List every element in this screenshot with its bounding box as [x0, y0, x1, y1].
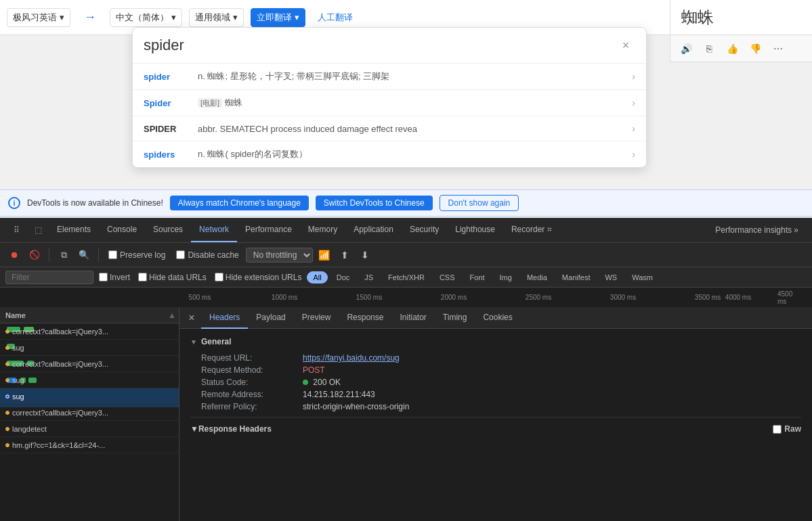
tab-headers[interactable]: Headers [201, 307, 248, 329]
disable-cache-checkbox[interactable] [176, 250, 185, 259]
thumbdown-button[interactable]: 👎 [745, 39, 765, 59]
filter-manifest-button[interactable]: Manifest [556, 271, 597, 284]
status-label: Status Code: [201, 378, 303, 387]
raw-checkbox[interactable] [773, 425, 782, 434]
devtools-icon-1[interactable]: ⠿ [5, 218, 27, 242]
network-item-1[interactable]: correctxt?callback=jQuery3... [0, 323, 179, 340]
tick-500ms: 500 ms [189, 294, 211, 301]
tab-performance-insights[interactable]: Performance insights » [707, 218, 807, 242]
volume-button[interactable]: 🔊 [676, 39, 696, 59]
network-item-7[interactable]: langdetect [0, 421, 179, 437]
filter-ws-button[interactable]: WS [599, 271, 623, 284]
target-lang-selector[interactable]: 中文（简体） ▾ [110, 8, 182, 27]
tab-response[interactable]: Response [339, 307, 391, 329]
copy-button[interactable]: ⎘ [699, 39, 719, 59]
tab-lighthouse[interactable]: Lighthouse [447, 218, 503, 242]
clear-button[interactable]: 🚫 [26, 246, 43, 264]
scroll-up-button[interactable]: ▲ [168, 311, 176, 320]
tick-3500ms: 3500 ms [695, 294, 721, 301]
hide-data-urls-label[interactable]: Hide data URLs [138, 273, 207, 282]
filter-font-button[interactable]: Font [464, 271, 491, 284]
dict-close-button[interactable]: × [616, 36, 635, 55]
filter-img-button[interactable]: Img [494, 271, 518, 284]
tab-memory[interactable]: Memory [300, 218, 345, 242]
general-section-header[interactable]: ▼ General [190, 334, 801, 349]
human-translate-link[interactable]: 人工翻译 [312, 9, 358, 26]
throttle-select[interactable]: No throttling Fast 3G Slow 3G Offline [246, 248, 313, 263]
xhr-icon-5-selected [5, 394, 9, 399]
tab-sources[interactable]: Sources [145, 218, 191, 242]
response-headers-section-header[interactable]: ▼ Response Headers Raw [190, 422, 801, 436]
list-item[interactable]: SPIDER abbr. SEMATECH process induced da… [133, 116, 646, 141]
dict-arrow: › [632, 123, 635, 134]
list-item[interactable]: spider n. 蜘蛛; 星形轮，十字叉; 带柄三脚平底锅; 三脚架 › [133, 64, 646, 90]
network-item-6[interactable]: correctxt?callback=jQuery3... [0, 405, 179, 421]
tab-cookies[interactable]: Cookies [475, 307, 520, 329]
network-request-list: Name ▲ [0, 307, 179, 521]
disable-cache-label[interactable]: Disable cache [176, 250, 238, 260]
invert-checkbox[interactable] [99, 273, 108, 281]
filter-js-button[interactable]: JS [358, 271, 379, 284]
record-button[interactable]: ⏺ [5, 246, 23, 264]
network-item-3[interactable]: correctxt?callback=jQuery3... [0, 356, 179, 372]
status-code-row: Status Code: 200 OK [201, 376, 801, 388]
tab-initiator[interactable]: Initiator [391, 307, 434, 329]
translate-button[interactable]: 立即翻译 ▾ [251, 8, 305, 27]
network-item-5[interactable]: sug [0, 388, 179, 405]
list-item[interactable]: spiders n. 蜘蛛( spider的名词复数） › [133, 141, 646, 167]
domain-chevron: ▾ [233, 12, 238, 22]
import-icon[interactable]: ⬆ [336, 246, 354, 264]
hide-data-urls-checkbox[interactable] [138, 273, 147, 281]
devtools-icon-2[interactable]: ⬚ [27, 218, 49, 242]
referrer-value: strict-origin-when-cross-origin [303, 402, 409, 411]
filter-wasm-button[interactable]: Wasm [626, 271, 659, 284]
translation-result-panel: 蜘蛛 [670, 0, 812, 35]
tab-console[interactable]: Console [99, 218, 145, 242]
remote-label: Remote Address: [201, 390, 303, 399]
dont-show-again-button[interactable]: Don't show again [440, 195, 519, 211]
source-lang-label: 极风习英语 [13, 12, 57, 24]
filter-input[interactable] [5, 271, 93, 284]
filter-icon-button[interactable]: ⧉ [55, 246, 72, 264]
domain-selector[interactable]: 通用领域 ▾ [189, 8, 244, 27]
export-icon[interactable]: ⬇ [356, 246, 374, 264]
preserve-log-checkbox[interactable] [108, 250, 117, 259]
wifi-icon[interactable]: 📶 [316, 246, 333, 264]
filter-fetch-xhr-button[interactable]: Fetch/XHR [382, 271, 431, 284]
switch-to-chinese-button[interactable]: Switch DevTools to Chinese [316, 196, 433, 210]
request-detail-panel: × Headers Payload Preview Response Initi… [179, 307, 812, 521]
tab-payload[interactable]: Payload [248, 307, 293, 329]
filter-css-button[interactable]: CSS [433, 271, 461, 284]
filter-media-button[interactable]: Media [521, 271, 553, 284]
search-button[interactable]: 🔍 [75, 246, 93, 264]
response-headers-chevron: ▼ [190, 424, 198, 434]
tab-preview[interactable]: Preview [294, 307, 339, 329]
source-lang-selector[interactable]: 极风习英语 ▾ [7, 8, 70, 27]
tab-security[interactable]: Security [402, 218, 447, 242]
more-button[interactable]: ⋯ [768, 39, 788, 59]
tab-timing[interactable]: Timing [435, 307, 475, 329]
tab-recorder[interactable]: Recorder ⌗ [503, 218, 560, 242]
filter-doc-button[interactable]: Doc [330, 271, 356, 284]
list-item[interactable]: Spider [电影]蜘蛛 › [133, 90, 646, 116]
tab-network[interactable]: Network [191, 218, 237, 242]
network-item-4[interactable]: sug [0, 372, 179, 388]
always-match-button[interactable]: Always match Chrome's language [170, 196, 309, 210]
filter-all-button[interactable]: All [307, 271, 327, 284]
tab-application[interactable]: Application [345, 218, 402, 242]
thumbup-button[interactable]: 👍 [722, 39, 742, 59]
notify-message: DevTools is now available in Chinese! [27, 198, 163, 208]
dict-arrow: › [632, 97, 635, 108]
network-item-8[interactable]: hm.gif?cc=1&ck=1&cl=24-... [0, 437, 179, 453]
invert-label[interactable]: Invert [99, 273, 130, 282]
tab-performance[interactable]: Performance [237, 218, 300, 242]
request-url-value[interactable]: https://fanyi.baidu.com/sug [303, 353, 400, 363]
referrer-policy-row: Referrer Policy: strict-origin-when-cros… [201, 401, 801, 413]
preserve-log-label[interactable]: Preserve log [108, 250, 165, 260]
dict-search-input[interactable] [144, 37, 616, 54]
tab-elements[interactable]: Elements [49, 218, 99, 242]
hide-extension-urls-label[interactable]: Hide extension URLs [215, 273, 302, 282]
network-item-2[interactable]: sug [0, 340, 179, 356]
detail-close-button[interactable]: × [182, 309, 201, 327]
hide-extension-urls-checkbox[interactable] [215, 273, 223, 281]
